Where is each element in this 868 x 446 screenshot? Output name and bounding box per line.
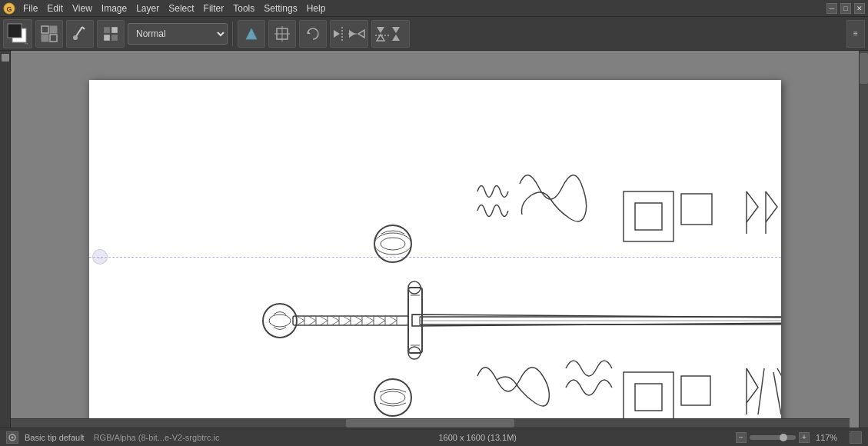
- transform-tool-btn[interactable]: [268, 20, 296, 48]
- svg-point-55: [12, 436, 14, 438]
- svg-point-40: [269, 315, 291, 327]
- svg-rect-50: [681, 194, 712, 225]
- svg-point-47: [381, 391, 405, 404]
- toolbar-options-btn[interactable]: ≡: [846, 20, 865, 48]
- canvas-area[interactable]: ↔: [11, 51, 859, 428]
- window-maximize[interactable]: □: [840, 3, 851, 14]
- svg-rect-8: [50, 35, 57, 42]
- menu-select[interactable]: Select: [164, 2, 198, 15]
- menu-bar: G File Edit View Image Layer Select Filt…: [0, 0, 868, 17]
- status-dimensions: 1600 x 1600 (13.1M): [439, 433, 517, 442]
- svg-rect-15: [111, 35, 118, 41]
- canvas-svg: [89, 80, 781, 428]
- flip-h-btn[interactable]: [330, 20, 368, 48]
- scrollbar-h-thumb[interactable]: [346, 419, 514, 428]
- menu-layer[interactable]: Layer: [131, 2, 164, 15]
- paint-mode-icon[interactable]: [35, 20, 63, 48]
- toolbar: ↔ Normal Dissolve Multiply Scree: [0, 17, 868, 51]
- svg-rect-53: [681, 376, 710, 405]
- status-tool-icon: [6, 431, 18, 444]
- foreground-background-colors[interactable]: ↔: [3, 19, 32, 48]
- svg-rect-3: [8, 24, 22, 38]
- svg-text:↔: ↔: [24, 41, 29, 46]
- svg-point-46: [374, 379, 411, 416]
- svg-rect-12: [104, 27, 110, 33]
- svg-point-39: [263, 304, 297, 338]
- svg-rect-48: [624, 191, 673, 241]
- menu-file[interactable]: File: [18, 2, 42, 15]
- scrollbar-v-thumb[interactable]: [860, 53, 868, 84]
- blend-mode-select[interactable]: Normal Dissolve Multiply Screen Overlay: [128, 23, 228, 45]
- status-config-icon[interactable]: [850, 431, 862, 444]
- app-logo: G: [3, 2, 15, 15]
- zoom-out-btn[interactable]: −: [736, 432, 747, 443]
- menu-settings[interactable]: Settings: [259, 2, 301, 15]
- svg-rect-13: [111, 27, 118, 33]
- fill-tool-btn[interactable]: [238, 20, 265, 48]
- svg-rect-16: [277, 28, 288, 39]
- svg-rect-49: [635, 203, 662, 230]
- toolbox: [0, 51, 11, 428]
- svg-rect-5: [42, 26, 48, 33]
- svg-point-10: [73, 35, 78, 40]
- svg-rect-2: [12, 28, 26, 42]
- zoom-controls: − + 117%: [736, 432, 843, 443]
- svg-rect-51: [624, 372, 673, 422]
- menu-image[interactable]: Image: [97, 2, 131, 15]
- toolbar-sep-1: [232, 22, 233, 46]
- window-close[interactable]: ✕: [854, 3, 865, 14]
- status-image-info: RGB/Alpha (8-bit...e-V2-srgbtrc.ic: [94, 433, 220, 442]
- svg-marker-19: [308, 31, 311, 34]
- svg-line-11: [82, 27, 85, 29]
- menu-filter[interactable]: Filter: [199, 2, 229, 15]
- svg-rect-7: [50, 26, 57, 33]
- zoom-level: 117%: [816, 433, 843, 442]
- statusbar: Basic tip default RGB/Alpha (8-bit...e-V…: [0, 428, 868, 446]
- brush-tool-btn[interactable]: [66, 20, 94, 48]
- svg-rect-52: [635, 384, 662, 411]
- scrollbar-horizontal[interactable]: [11, 418, 850, 428]
- svg-point-44: [381, 238, 405, 250]
- zoom-in-btn[interactable]: +: [799, 432, 810, 443]
- svg-rect-6: [42, 35, 48, 42]
- flip-v-btn[interactable]: [371, 20, 410, 48]
- menu-tools[interactable]: Tools: [228, 2, 259, 15]
- canvas-content: ↔: [89, 80, 781, 428]
- svg-rect-14: [104, 35, 110, 41]
- status-tool-name: Basic tip default: [25, 433, 85, 442]
- toolbox-handle: [2, 54, 9, 62]
- zoom-slider[interactable]: [750, 435, 796, 440]
- pattern-btn[interactable]: [97, 20, 125, 48]
- menu-view[interactable]: View: [68, 2, 97, 15]
- main-area: ↔: [0, 51, 868, 428]
- svg-line-9: [76, 27, 82, 36]
- svg-point-45: [374, 233, 411, 255]
- reset-btn[interactable]: [299, 20, 327, 48]
- svg-text:G: G: [6, 5, 12, 13]
- scrollbar-vertical[interactable]: [859, 51, 868, 428]
- zoom-slider-thumb[interactable]: [780, 434, 787, 441]
- menu-edit[interactable]: Edit: [42, 2, 68, 15]
- window-minimize[interactable]: ─: [826, 3, 837, 14]
- menu-help[interactable]: Help: [302, 2, 331, 15]
